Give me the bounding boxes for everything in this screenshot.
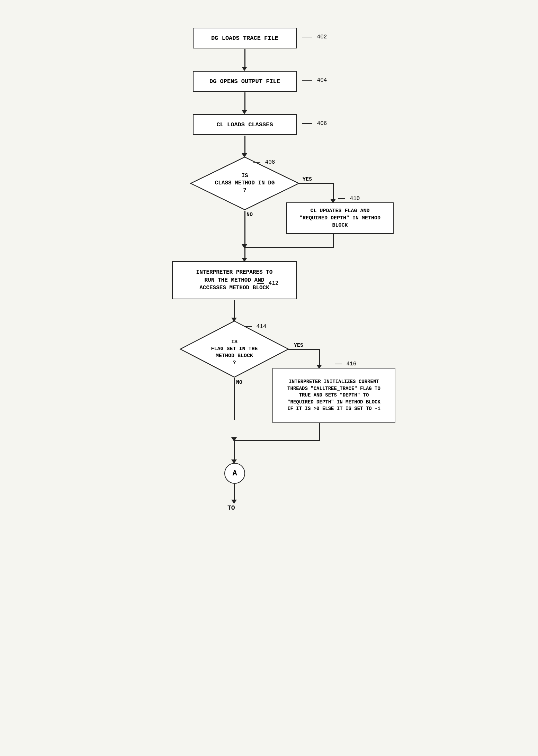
arrow-1 bbox=[244, 49, 245, 68]
arrowhead-2 bbox=[242, 110, 247, 114]
line-no-408-cont bbox=[244, 247, 245, 259]
to-text: TO bbox=[227, 504, 235, 511]
line-no-414-cont bbox=[234, 440, 235, 461]
svg-text:IS: IS bbox=[241, 173, 248, 179]
circle-a: A bbox=[224, 463, 245, 484]
box-404-label: DG OPENS OUTPUT FILE bbox=[209, 78, 280, 85]
diamond-408: IS CLASS METHOD IN DG ? bbox=[189, 156, 300, 211]
arrow-412-414 bbox=[234, 300, 235, 319]
box-416: INTERPRETER INITIALIZES CURRENTTHREADS "… bbox=[272, 368, 395, 423]
line-416-h bbox=[234, 440, 320, 441]
box-402: DG LOADS TRACE FILE bbox=[193, 28, 297, 48]
box-406: CL LOADS CLASSES bbox=[193, 114, 297, 135]
line-416-bottom-v bbox=[319, 423, 320, 440]
box-406-label: CL LOADS CLASSES bbox=[216, 121, 273, 128]
circle-a-label: A bbox=[232, 469, 237, 478]
ref-416: 416 bbox=[335, 361, 356, 367]
box-410: CL UPDATES FLAG AND"REQUIRED_DEPTH" IN M… bbox=[286, 202, 394, 234]
svg-text:IS: IS bbox=[231, 339, 237, 345]
box-410-label: CL UPDATES FLAG AND"REQUIRED_DEPTH" IN M… bbox=[291, 207, 389, 229]
svg-text:METHOD BLOCK: METHOD BLOCK bbox=[216, 353, 253, 359]
box-416-label: INTERPRETER INITIALIZES CURRENTTHREADS "… bbox=[287, 379, 380, 412]
line-410-h bbox=[245, 247, 334, 248]
line-yes-414-v bbox=[319, 349, 320, 366]
svg-text:FLAG SET IN THE: FLAG SET IN THE bbox=[211, 346, 258, 352]
line-yes-408 bbox=[299, 183, 333, 184]
box-402-label: DG LOADS TRACE FILE bbox=[211, 35, 278, 42]
yes-label-414: YES bbox=[294, 343, 303, 348]
line-no-408 bbox=[244, 211, 245, 246]
ref-404: 404 bbox=[302, 77, 327, 83]
box-404: DG OPENS OUTPUT FILE bbox=[193, 71, 297, 92]
arrowhead-to bbox=[231, 500, 237, 504]
to-label: TO bbox=[227, 504, 235, 511]
no-label-408: NO bbox=[246, 212, 253, 218]
line-410-bottom-v bbox=[333, 234, 334, 247]
yes-label-408: YES bbox=[303, 176, 312, 182]
line-yes-414-h bbox=[288, 349, 320, 350]
ref-410: 410 bbox=[338, 195, 360, 202]
svg-text:?: ? bbox=[243, 187, 246, 193]
line-circleA-down bbox=[234, 484, 235, 501]
line-no-414-v bbox=[234, 378, 235, 420]
ref-402: 402 bbox=[302, 34, 327, 40]
arrow-2 bbox=[244, 92, 245, 111]
arrow-3 bbox=[244, 136, 245, 155]
svg-text:CLASS METHOD IN DG: CLASS METHOD IN DG bbox=[215, 180, 275, 186]
flowchart-diagram: DG LOADS TRACE FILE 402 DG OPENS OUTPUT … bbox=[134, 21, 404, 747]
line-yes-408-v bbox=[333, 183, 334, 200]
no-label-414: NO bbox=[236, 380, 242, 385]
svg-text:?: ? bbox=[233, 360, 236, 366]
arrowhead-1 bbox=[242, 67, 247, 71]
ref-414: 414 bbox=[245, 324, 266, 330]
ref-408: 408 bbox=[253, 159, 275, 165]
ref-412: 412 bbox=[257, 280, 278, 286]
ref-406: 406 bbox=[302, 120, 327, 127]
